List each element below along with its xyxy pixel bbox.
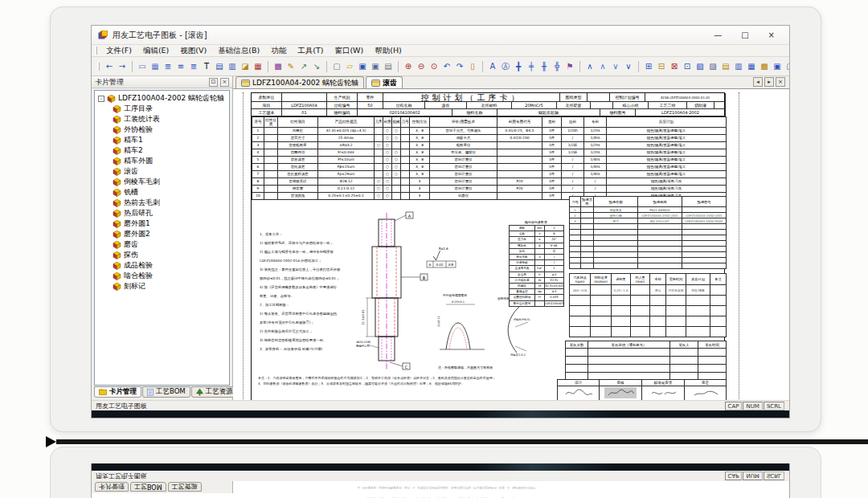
toolbar-item[interactable] <box>132 61 133 72</box>
toolbar-item[interactable] <box>268 61 268 72</box>
panel-dock-button[interactable]: ⊡ <box>209 78 218 87</box>
menu-item[interactable]: 视图(V) <box>174 46 212 56</box>
tree-item[interactable]: 精车2 <box>113 145 229 156</box>
menu-item[interactable]: 功能 <box>265 46 292 56</box>
toolbar-item[interactable] <box>398 61 399 72</box>
menu-item[interactable]: 窗口(W) <box>329 46 369 56</box>
tab-close-button[interactable]: × <box>776 77 785 87</box>
toolbar-item[interactable]: ⊙ <box>428 60 440 72</box>
toolbar-item[interactable]: ≡ <box>175 60 186 72</box>
toolbar-item[interactable] <box>579 61 580 72</box>
toolbar-item[interactable]: ▤ <box>720 60 731 72</box>
tab-next-button[interactable]: ▸ <box>764 77 774 87</box>
minimize-button[interactable]: — <box>714 31 722 39</box>
tree-item[interactable]: 热前去毛刺 <box>113 198 229 208</box>
tree-expand-icon[interactable]: - <box>98 96 104 102</box>
toolbar-item[interactable]: ▩ <box>759 60 770 72</box>
tree-item[interactable]: 倒棱车毛刺 <box>113 177 229 187</box>
toolbar-item[interactable]: ▦ <box>746 60 757 72</box>
toolbar-item[interactable]: ↶ <box>441 60 452 72</box>
toolbar-item[interactable]: ← <box>104 60 115 72</box>
toolbar-item[interactable]: ▥ <box>227 60 238 72</box>
toolbar-item[interactable]: ▢ <box>784 60 789 72</box>
toolbar-item[interactable]: → <box>117 60 128 72</box>
toolbar-item[interactable]: ↗ <box>298 60 309 72</box>
toolbar-item[interactable]: ⊕ <box>403 60 414 72</box>
toolbar-item[interactable]: ▣ <box>370 60 381 72</box>
toolbar-item[interactable]: ▥ <box>733 60 744 72</box>
tree-item[interactable]: 成品检验 <box>113 260 229 271</box>
toolbar-item[interactable]: ▤ <box>383 60 394 72</box>
toolbar-item[interactable]: ⊞ <box>643 60 654 72</box>
toolbar-item[interactable]: ⚑ <box>564 60 575 72</box>
toolbar-item[interactable]: ▦ <box>252 60 264 72</box>
toolbar-item[interactable]: ▭ <box>137 60 148 72</box>
menu-item[interactable]: 基础信息(B) <box>212 46 265 56</box>
tab-process-resource[interactable]: 工艺资源 <box>191 386 238 398</box>
menu-item[interactable]: 文件(F) <box>100 46 137 56</box>
tree-item[interactable]: 铣槽 <box>113 187 229 198</box>
tree-item[interactable]: 磨齿 <box>113 239 229 250</box>
menu-item[interactable]: 工具(T) <box>292 46 329 56</box>
toolbar-item[interactable]: ▱ <box>344 60 355 72</box>
toolbar-item[interactable]: ▤ <box>214 60 225 72</box>
toolbar-item[interactable]: ∧ <box>584 60 596 72</box>
toolbar-item[interactable]: ◪ <box>240 60 251 72</box>
tree-item[interactable]: 滚齿 <box>113 166 229 177</box>
tab-card-manager[interactable]: 卡片管理 <box>94 386 141 398</box>
toolbar-item[interactable]: ⊟ <box>656 60 667 72</box>
toolbar-item[interactable]: ∧ <box>597 60 608 72</box>
toolbar-item[interactable]: ⊖ <box>416 60 427 72</box>
toolbar-item[interactable]: ╫ <box>538 60 550 72</box>
tree-item[interactable]: 外协检验 <box>113 124 229 135</box>
toolbar-item[interactable]: Ⓐ <box>500 60 511 72</box>
toolbar-item[interactable]: ∨ <box>610 60 621 72</box>
drawing-canvas[interactable]: 承制单位 生产线别 零件 控制计划（工序卡） 图纸类型 控制计划编号 4238.… <box>233 89 789 400</box>
tab-prev-button[interactable]: ◂ <box>753 77 763 87</box>
toolbar-item[interactable]: ↷ <box>454 60 465 72</box>
menu-item[interactable]: 编辑(E) <box>137 46 174 56</box>
tree-item[interactable]: 啮合检验 <box>113 271 229 281</box>
tree-item[interactable]: 工序目录 <box>113 104 229 114</box>
tree-item[interactable]: 精车1 <box>113 135 229 145</box>
toolbar-item[interactable]: ▯ <box>467 60 478 72</box>
toolbar-item[interactable]: T <box>201 60 212 72</box>
tree-item[interactable]: 热后研孔 <box>113 208 229 218</box>
toolbar-item[interactable] <box>326 61 327 72</box>
toolbar-item[interactable]: ╪ <box>526 60 537 72</box>
toolbar-item[interactable]: ⊡ <box>682 60 693 72</box>
toolbar-item[interactable] <box>638 61 639 72</box>
tree-item[interactable]: 磨外圆1 <box>113 218 229 229</box>
toolbar-item[interactable]: A <box>487 60 498 72</box>
panel-close-button[interactable]: × <box>220 78 229 87</box>
tree-item[interactable]: 刻标记 <box>113 281 229 292</box>
toolbar-item[interactable]: ╋ <box>513 60 524 72</box>
tab-process-bom[interactable]: 工艺BOM <box>142 386 190 398</box>
toolbar-item[interactable] <box>482 61 483 72</box>
close-button[interactable]: × <box>768 31 775 39</box>
svg-text:倒棱R(约0.5): 倒棱R(约0.5) <box>514 318 530 321</box>
toolbar-item[interactable]: ↘ <box>311 60 322 72</box>
toolbar-item[interactable]: ▩ <box>272 60 284 72</box>
toolbar-item[interactable]: ▦ <box>149 60 161 72</box>
toolbar-item[interactable]: ▧ <box>694 60 706 72</box>
toolbar-item[interactable]: ▣ <box>357 60 368 72</box>
menu-item[interactable]: 帮助(H) <box>369 46 407 56</box>
maximize-button[interactable]: □ <box>741 31 748 39</box>
toolbar-item[interactable]: ∨ <box>623 60 634 72</box>
tree-item[interactable]: 工装统计表 <box>113 114 229 124</box>
doc-tab-directory[interactable]: LDFZ100A04-2002 蜗轮齿轮轴 <box>235 76 364 88</box>
tree-item[interactable]: 探伤 <box>113 250 229 260</box>
toolbar-item[interactable]: ▨ <box>707 60 719 72</box>
tree-root[interactable]: - LDFZ100A04-2002 蜗轮齿轮轴 <box>98 93 229 104</box>
toolbar-item[interactable]: ≣ <box>188 60 199 72</box>
toolbar-item[interactable]: ✎ <box>285 60 297 72</box>
toolbar-item[interactable]: ≣ <box>162 60 174 72</box>
tree-item[interactable]: 磨外圆2 <box>113 229 229 239</box>
tree-item[interactable]: 精车外圆 <box>113 156 229 166</box>
toolbar-item[interactable]: ▣ <box>772 60 783 72</box>
toolbar-item[interactable]: ⊠ <box>669 60 680 72</box>
toolbar-item[interactable]: ▢ <box>331 60 342 72</box>
doc-tab-gunci[interactable]: 滚齿 <box>366 76 403 88</box>
toolbar-item[interactable]: ╬ <box>551 60 563 72</box>
